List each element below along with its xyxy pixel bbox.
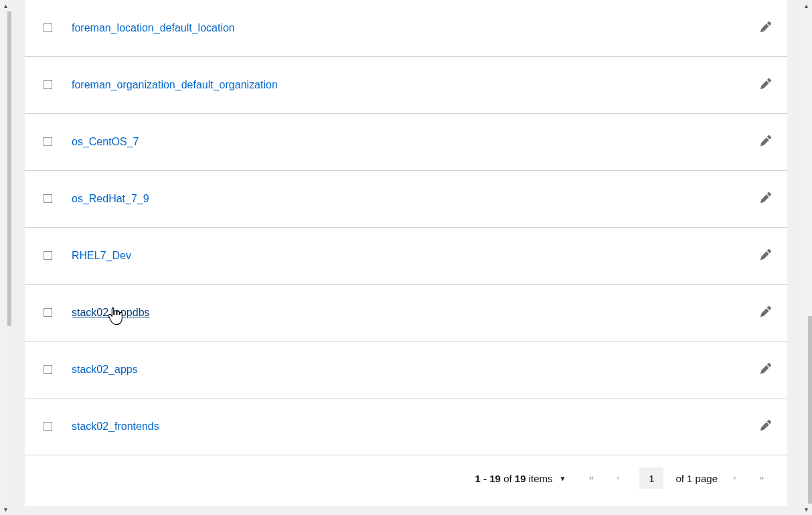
row-edit-cell: [744, 21, 771, 35]
row-edit-cell: [744, 363, 771, 376]
row-name-cell: stack02_appdbs: [72, 307, 744, 319]
row-name-link[interactable]: stack02_apps: [72, 364, 138, 375]
row-edit-cell: [744, 135, 771, 149]
row-checkbox-cell: [41, 79, 72, 91]
table-row: stack02_appdbs: [25, 285, 787, 342]
row-checkbox[interactable]: [44, 194, 53, 204]
last-page-button[interactable]: [752, 469, 771, 488]
scroll-thumb-right[interactable]: [808, 316, 813, 504]
row-name-cell: os_RedHat_7_9: [72, 193, 744, 205]
row-edit-cell: [744, 420, 771, 433]
edit-icon[interactable]: [760, 249, 771, 263]
row-edit-cell: [744, 249, 771, 263]
scroll-up-icon[interactable]: ▴: [801, 0, 812, 11]
outer-scrollbar-right[interactable]: ▴ ▾: [801, 0, 812, 515]
row-checkbox[interactable]: [44, 23, 53, 33]
row-name-link[interactable]: os_RedHat_7_9: [72, 193, 149, 204]
pagination-range: 1 - 19: [475, 473, 501, 484]
row-name-link[interactable]: stack02_appdbs: [72, 307, 150, 318]
edit-icon[interactable]: [760, 135, 771, 149]
row-name-link[interactable]: foreman_location_default_location: [72, 22, 235, 33]
items-per-page-toggle[interactable]: 1 - 19 of 19 items ▼: [475, 473, 566, 484]
edit-icon[interactable]: [760, 78, 771, 92]
row-edit-cell: [744, 192, 771, 206]
edit-icon[interactable]: [760, 306, 771, 319]
table-row: os_CentOS_7: [25, 114, 787, 171]
edit-icon[interactable]: [760, 420, 771, 433]
edit-icon[interactable]: [760, 363, 771, 376]
row-name-cell: os_CentOS_7: [72, 136, 744, 148]
row-edit-cell: [744, 78, 771, 92]
scroll-up-icon[interactable]: ▴: [0, 0, 11, 11]
row-checkbox[interactable]: [44, 137, 53, 147]
row-checkbox[interactable]: [44, 80, 53, 90]
row-checkbox[interactable]: [44, 422, 53, 431]
row-checkbox-cell: [41, 193, 72, 205]
row-checkbox-cell: [41, 364, 72, 376]
row-checkbox[interactable]: [44, 251, 53, 261]
row-checkbox-cell: [41, 136, 72, 148]
table-row: stack02_apps: [25, 342, 787, 398]
content-card: foreman_location_default_locationforeman…: [25, 0, 787, 506]
prev-page-button[interactable]: [608, 469, 627, 488]
row-checkbox-cell: [41, 421, 72, 433]
row-checkbox-cell: [41, 250, 72, 262]
next-page-button[interactable]: [726, 469, 744, 488]
outer-scrollbar-left[interactable]: ▴ ▾: [0, 0, 11, 515]
of-page-label: of 1 page: [675, 473, 718, 484]
table-row: stack02_frontends: [25, 398, 787, 455]
row-name-cell: stack02_frontends: [72, 421, 744, 433]
current-page-input[interactable]: [639, 467, 663, 489]
page-background: foreman_location_default_locationforeman…: [11, 0, 801, 515]
first-page-button[interactable]: [582, 469, 600, 488]
row-name-cell: stack02_apps: [72, 364, 744, 376]
table-row: os_RedHat_7_9: [25, 171, 787, 228]
table-row: foreman_location_default_location: [25, 0, 787, 57]
pagination-bar: 1 - 19 of 19 items ▼ of 1 page: [25, 455, 787, 506]
row-checkbox-cell: [41, 307, 72, 319]
table-row: RHEL7_Dev: [25, 228, 787, 285]
row-name-cell: foreman_organization_default_organizatio…: [72, 79, 744, 91]
pagination-nav: of 1 page: [582, 467, 771, 489]
row-name-cell: RHEL7_Dev: [72, 250, 744, 262]
row-checkbox-cell: [41, 22, 72, 34]
table-row: foreman_organization_default_organizatio…: [25, 57, 787, 114]
row-checkbox[interactable]: [44, 365, 53, 374]
row-name-link[interactable]: RHEL7_Dev: [72, 250, 131, 261]
row-edit-cell: [744, 306, 771, 319]
edit-icon[interactable]: [760, 21, 771, 35]
scroll-down-icon[interactable]: ▾: [801, 504, 812, 515]
caret-down-icon: ▼: [560, 475, 566, 482]
scroll-down-icon[interactable]: ▾: [0, 504, 11, 515]
row-name-link[interactable]: foreman_organization_default_organizatio…: [72, 79, 278, 90]
row-name-cell: foreman_location_default_location: [72, 22, 744, 34]
row-name-link[interactable]: stack02_frontends: [72, 421, 159, 432]
edit-icon[interactable]: [760, 192, 771, 206]
row-checkbox[interactable]: [44, 308, 53, 317]
row-name-link[interactable]: os_CentOS_7: [72, 136, 139, 147]
